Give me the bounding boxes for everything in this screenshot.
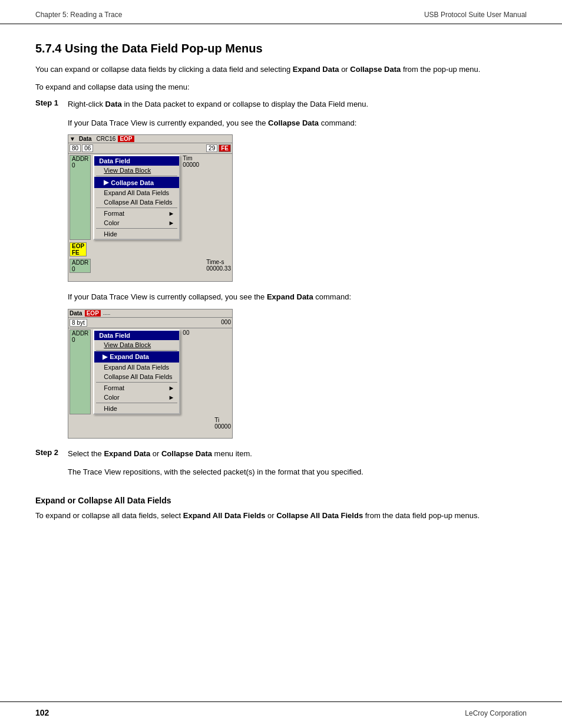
if-expanded-note: If your Data Trace View is currently exp…	[68, 117, 527, 129]
screenshot2: Data EOP ..... 8 byt 000 ADDR0 Data Fiel…	[68, 309, 233, 439]
main-content: 5.7.4 Using the Data Field Pop-up Menus …	[0, 24, 562, 562]
step2-label: Step 2	[35, 448, 68, 460]
screenshot2-wrap: Data EOP ..... 8 byt 000 ADDR0 Data Fiel…	[68, 309, 527, 439]
step1-container: Step 1 Right-click Data in the Data pack…	[35, 98, 527, 110]
data-bold: Data	[105, 100, 122, 108]
collapse-data-cmd: Collapse Data	[268, 118, 319, 127]
screenshot1-wrap: ▼ Data CRC16 EOP 80 06 29 FE ADDR0 Data …	[68, 134, 527, 282]
if-collapsed-note: If your Data Trace View is currently col…	[68, 291, 527, 303]
header-right: USB Protocol Suite User Manual	[424, 11, 527, 19]
page-header: Chapter 5: Reading a Trace USB Protocol …	[0, 0, 562, 24]
footer-company: LeCroy Corporation	[465, 709, 527, 717]
page-footer: 102 LeCroy Corporation	[0, 701, 562, 728]
header-left: Chapter 5: Reading a Trace	[35, 11, 122, 19]
collapse-all-bold: Collapse All Data Fields	[276, 511, 363, 520]
sub-heading: Expand or Collapse All Data Fields	[35, 496, 527, 505]
footer-page-number: 102	[35, 708, 49, 717]
section-title: 5.7.4 Using the Data Field Pop-up Menus	[35, 42, 527, 55]
step1-label: Step 1	[35, 98, 68, 110]
collapse-data-step2: Collapse Data	[161, 449, 212, 458]
step1-content: Right-click Data in the Data packet to e…	[68, 98, 527, 110]
collapse-data-bold: Collapse Data	[350, 65, 401, 74]
screenshot1: ▼ Data CRC16 EOP 80 06 29 FE ADDR0 Data …	[68, 134, 233, 282]
expand-data-bold: Expand Data	[293, 65, 339, 74]
intro-paragraph-1: You can expand or collapse data fields b…	[35, 64, 527, 75]
step2-note: The Trace View repositions, with the sel…	[68, 466, 527, 478]
step2-content: Select the Expand Data or Collapse Data …	[68, 448, 527, 460]
expand-all-bold: Expand All Data Fields	[183, 511, 266, 520]
intro-paragraph-2: To expand and collapse data using the me…	[35, 81, 527, 93]
step2-container: Step 2 Select the Expand Data or Collaps…	[35, 448, 527, 460]
expand-data-step2: Expand Data	[104, 449, 150, 458]
expand-data-cmd: Expand Data	[267, 292, 313, 301]
sub-paragraph: To expand or collapse all data fields, s…	[35, 510, 527, 522]
